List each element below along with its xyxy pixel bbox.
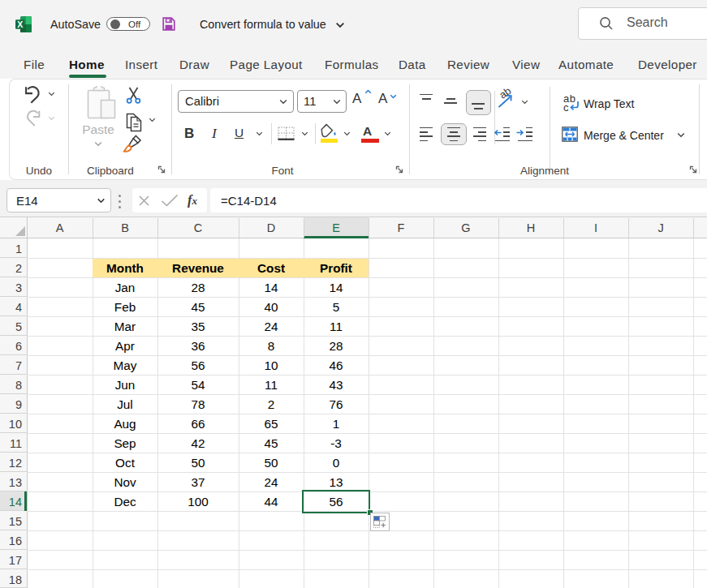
svg-text:X: X — [17, 19, 23, 29]
